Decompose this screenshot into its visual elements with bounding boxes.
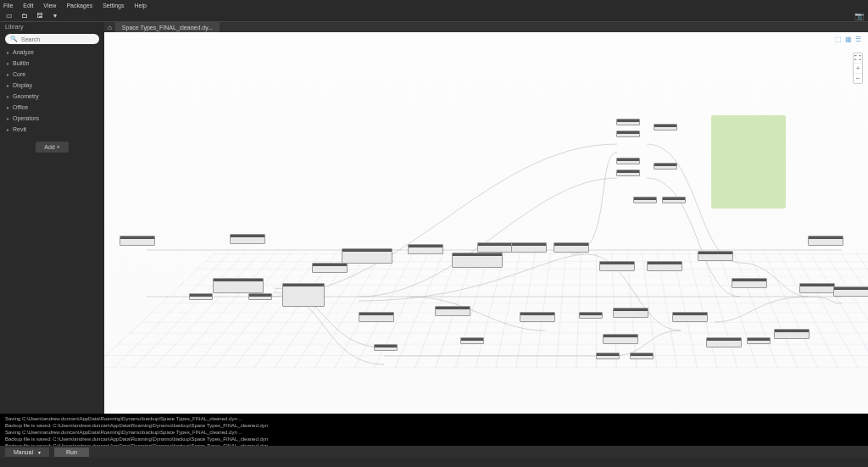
file-tab[interactable]: Space Types_FINAL_cleaned.dy... [115, 22, 220, 32]
zoom-out[interactable]: − [854, 74, 862, 83]
graph-node[interactable] [282, 283, 325, 307]
search-icon: 🔍 [10, 36, 18, 42]
main-area: Library 🔍 Analyze BuiltIn Core Display G… [0, 22, 868, 414]
zoom-in[interactable]: + [854, 64, 862, 74]
graph-node[interactable] [808, 236, 843, 246]
graph-node[interactable] [613, 308, 648, 318]
graph-node[interactable] [833, 286, 868, 297]
status-bar: Manual Run [0, 446, 868, 458]
cat-geometry[interactable]: Geometry [0, 91, 104, 102]
cat-display[interactable]: Display [0, 80, 104, 91]
graph-node[interactable] [672, 312, 708, 322]
home-tab[interactable]: ⌂ [104, 23, 115, 32]
graph-node[interactable] [189, 293, 213, 300]
graph-node[interactable] [616, 170, 640, 176]
run-mode-select[interactable]: Manual [5, 448, 49, 457]
graph-node[interactable] [435, 306, 470, 316]
graph-node[interactable] [799, 283, 835, 293]
zoom-controls: ⛶ + − [853, 53, 863, 84]
graph-node[interactable] [312, 263, 348, 273]
graph-node[interactable] [359, 312, 394, 322]
console-line: Backup file is saved: C:\Users\andrew.du… [5, 443, 268, 446]
screenshot-icon[interactable]: 📷 [854, 12, 863, 20]
graph-node[interactable] [662, 197, 686, 203]
menu-file[interactable]: File [3, 3, 13, 8]
graph-node[interactable] [647, 261, 682, 271]
toolbar: ▭ 🗀 🖫 ▾ 📷 [0, 10, 868, 22]
cat-core[interactable]: Core [0, 69, 104, 80]
menu-edit[interactable]: Edit [23, 3, 33, 8]
graph-node[interactable] [599, 261, 635, 271]
graph-node[interactable] [616, 158, 640, 164]
save-dropdown-icon[interactable]: ▾ [51, 12, 59, 20]
list-view-icon[interactable]: ☰ [855, 36, 861, 43]
console-line: Backup file is saved: C:\Users\andrew.du… [5, 436, 268, 442]
cat-operators[interactable]: Operators [0, 113, 104, 124]
cat-revit[interactable]: Revit [0, 124, 104, 135]
graph-node[interactable] [774, 329, 810, 339]
menu-bar: File Edit View Packages Settings Help [0, 0, 868, 10]
save-icon[interactable]: 🖫 [36, 12, 44, 20]
run-button[interactable]: Run [54, 448, 89, 457]
graph-node[interactable] [408, 244, 443, 254]
graph-view-icon[interactable]: ⬚ [835, 36, 842, 43]
graph-node[interactable] [698, 251, 733, 261]
graph-node[interactable] [230, 234, 265, 244]
graph-node[interactable] [248, 293, 272, 300]
tab-label: Space Types_FINAL_cleaned.dy... [122, 25, 213, 31]
graph-node[interactable] [654, 163, 677, 170]
graph-node[interactable] [460, 337, 484, 344]
graph-node[interactable] [732, 278, 767, 288]
graph-node[interactable] [477, 242, 513, 253]
tab-bar: ⌂ Space Types_FINAL_cleaned.dy... [104, 22, 868, 32]
graph-node[interactable] [213, 278, 264, 293]
menu-settings[interactable]: Settings [103, 3, 124, 8]
graph-node[interactable] [120, 236, 155, 246]
graph-canvas[interactable] [104, 32, 868, 414]
graph-node[interactable] [706, 337, 742, 347]
graph-node[interactable] [603, 334, 638, 344]
library-sidebar: Library 🔍 Analyze BuiltIn Core Display G… [0, 22, 104, 414]
menu-view[interactable]: View [43, 3, 56, 8]
graph-node[interactable] [520, 312, 555, 322]
zoom-fit[interactable]: ⛶ [854, 53, 862, 64]
graph-node[interactable] [452, 253, 503, 268]
grid-floor [104, 253, 868, 368]
library-title: Library [5, 24, 99, 30]
console-output: Saving C:\Users\andrew.duncan\AppData\Ro… [0, 414, 868, 446]
workspace[interactable]: ⌂ Space Types_FINAL_cleaned.dy... ⬚ ▦ ☰ … [104, 22, 868, 414]
console-line: Backup file is saved: C:\Users\andrew.du… [5, 423, 268, 428]
graph-node[interactable] [596, 353, 620, 359]
graph-node[interactable] [579, 312, 603, 319]
search-box[interactable]: 🔍 [5, 34, 99, 44]
graph-node[interactable] [747, 337, 771, 344]
graph-node[interactable] [342, 248, 392, 264]
graph-node[interactable] [616, 131, 640, 137]
add-button[interactable]: Add + [36, 142, 69, 153]
graph-node[interactable] [374, 344, 398, 351]
new-file-icon[interactable]: ▭ [5, 12, 14, 20]
graph-node[interactable] [616, 119, 640, 125]
graph-node[interactable] [654, 124, 677, 131]
console-line: Saving C:\Users\andrew.duncan\AppData\Ro… [5, 416, 242, 421]
graph-node[interactable] [554, 242, 589, 253]
graph-node[interactable] [511, 242, 547, 253]
menu-help[interactable]: Help [134, 3, 146, 8]
menu-packages[interactable]: Packages [66, 3, 92, 8]
cat-analyze[interactable]: Analyze [0, 47, 104, 58]
view-mode-icons: ⬚ ▦ ☰ [835, 36, 861, 43]
open-file-icon[interactable]: 🗀 [20, 12, 29, 20]
category-list: Analyze BuiltIn Core Display Geometry Of… [0, 47, 104, 135]
graph-node[interactable] [633, 197, 657, 203]
3d-view-icon[interactable]: ▦ [845, 36, 852, 43]
node-group[interactable] [711, 115, 786, 208]
search-input[interactable] [21, 36, 94, 42]
graph-node[interactable] [630, 353, 654, 359]
cat-builtin[interactable]: BuiltIn [0, 58, 104, 69]
console-line: Saving C:\Users\andrew.duncan\AppData\Ro… [5, 430, 242, 435]
cat-office[interactable]: Office [0, 102, 104, 113]
